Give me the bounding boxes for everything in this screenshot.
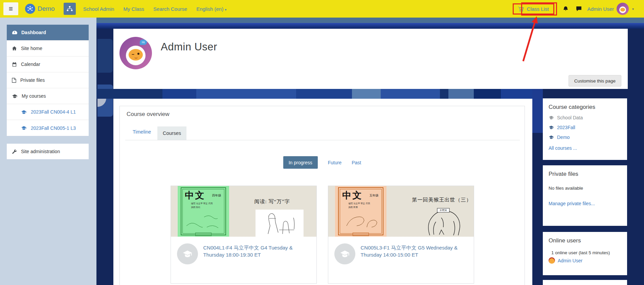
calendar-icon xyxy=(12,62,17,67)
course-image-cn004: 中文 四年级 编写 马立平 审定 庄因 插图 陈柱 阅读: 写“万”字 xyxy=(171,186,316,237)
private-files-title: Private files xyxy=(549,171,621,177)
sidebar-item-dashboard[interactable]: Dashboard xyxy=(7,25,89,41)
gauge-icon xyxy=(12,30,17,34)
file-icon xyxy=(12,78,16,83)
brand-logo-icon xyxy=(25,4,35,14)
nav-item-language[interactable]: English (en)▾ xyxy=(196,6,226,12)
tab-divider xyxy=(125,140,520,140)
textbook-cover-green: 中文 四年级 编写 马立平 审定 庄因 插图 陈柱 xyxy=(178,186,229,237)
private-files-block: Private files No files available Manage … xyxy=(543,165,627,226)
tab-timeline[interactable]: Timeline xyxy=(133,129,151,135)
cart-icon xyxy=(518,6,524,11)
brand-link[interactable]: Demo xyxy=(25,4,55,14)
sitemap-icon[interactable] xyxy=(64,3,76,15)
course-tile-cn005[interactable]: 中文 五年级 编写 马立平 审定 庄因 插图 郑秉 第一回美猴王出世（三） xyxy=(328,186,474,284)
manage-private-files-link[interactable]: Manage private files... xyxy=(549,201,621,206)
filter-past-link[interactable]: Past xyxy=(352,160,361,165)
online-users-block: Online users 1 online user (last 5 minut… xyxy=(543,232,627,275)
category-school-data[interactable]: School Data xyxy=(549,115,621,120)
textbook-cover-orange: 中文 五年级 编写 马立平 审定 庄因 插图 郑秉 xyxy=(335,186,386,237)
course-tile-row: 中文 四年级 编写 马立平 审定 庄因 插图 陈柱 阅读: 写“万”字 xyxy=(120,186,525,284)
tab-courses[interactable]: Courses xyxy=(157,126,186,140)
graduation-cap-icon xyxy=(12,94,18,98)
course-tile-cn004[interactable]: 中文 四年级 编写 马立平 审定 庄因 插图 陈柱 阅读: 写“万”字 xyxy=(171,186,317,284)
all-courses-link[interactable]: All courses ... xyxy=(549,145,621,151)
graduation-cap-icon xyxy=(549,135,554,139)
customise-page-button[interactable]: Customise this page xyxy=(569,75,621,87)
course-link-cn005[interactable]: CN005L3-F1 马立平中文 G5 Wednesday & Thursday… xyxy=(361,244,467,258)
brand-name: Demo xyxy=(38,5,55,13)
graduation-cap-icon xyxy=(21,126,27,130)
navbar-right: Class List Admin User ▾ xyxy=(513,3,634,15)
sidebar-item-calendar[interactable]: Calendar xyxy=(7,56,89,72)
ink-illustration: 水帘洞 xyxy=(424,206,464,237)
category-2023fall[interactable]: 2023Fall xyxy=(549,125,621,130)
course-link-cn004[interactable]: CN004L1-F4 马立平中文 G4 Tuesday & Thursday 1… xyxy=(203,244,310,258)
hamburger-menu-button[interactable]: ≡ xyxy=(3,2,18,15)
category-demo[interactable]: Demo xyxy=(549,135,621,140)
user-header-card: Hi Admin User Customise this page xyxy=(113,29,628,89)
course-filter-row: In progress Future Past xyxy=(120,156,525,169)
course-cap-icon xyxy=(334,243,355,264)
avatar-hi-bubble: Hi xyxy=(140,40,147,45)
decor-patch xyxy=(532,89,543,133)
course-overview-title: Course overview xyxy=(127,111,170,118)
navbar-menu: School Admin My Class Search Course Engl… xyxy=(83,6,227,12)
online-users-count: 1 online user (last 5 minutes) xyxy=(551,250,621,255)
user-menu-chevron-down-icon[interactable]: ▾ xyxy=(632,7,634,11)
sidebar-item-site-administration[interactable]: Site administration xyxy=(7,144,89,159)
top-navbar: ≡ Demo School Admin My Class Search Cour… xyxy=(0,0,644,18)
chevron-down-icon: ▾ xyxy=(225,8,226,11)
class-list-button[interactable]: Class List xyxy=(513,3,554,15)
navbar-user-name[interactable]: Admin User xyxy=(587,6,614,12)
online-user-row[interactable]: Admin User xyxy=(549,257,621,264)
filter-future-link[interactable]: Future xyxy=(328,160,341,165)
nav-item-search-course[interactable]: Search Course xyxy=(153,6,187,12)
decor-tile xyxy=(97,39,113,73)
notifications-bell-icon[interactable] xyxy=(563,6,569,12)
course-info-cn004: CN004L1-F4 马立平中文 G4 Tuesday & Thursday 1… xyxy=(171,237,316,284)
decor-band-steel xyxy=(96,18,644,23)
sidebar-item-site-home[interactable]: Site home xyxy=(7,41,89,56)
nav-item-school-admin[interactable]: School Admin xyxy=(83,6,114,12)
home-icon xyxy=(12,46,17,51)
course-categories-block: Course categories School Data 2023Fall D… xyxy=(543,98,627,160)
graduation-cap-icon xyxy=(549,125,554,129)
sidebar-item-course-cn005[interactable]: 2023Fall CN005-1 L3 xyxy=(7,120,89,136)
course-image-cn005: 中文 五年级 编写 马立平 审定 庄因 插图 郑秉 第一回美猴王出世（三） xyxy=(328,186,474,237)
messages-chat-icon[interactable] xyxy=(576,6,582,11)
class-list-label: Class List xyxy=(527,6,549,12)
navbar-avatar[interactable] xyxy=(617,3,629,15)
online-user-avatar xyxy=(549,257,555,264)
sidebar-item-course-cn004[interactable]: 2023Fall CN004-4 L1 xyxy=(7,104,89,120)
main-content-region: Course overview Timeline Courses In prog… xyxy=(113,99,532,285)
lesson-illustration xyxy=(256,210,304,237)
next-block-edge xyxy=(543,280,627,285)
page-title-user-name: Admin User xyxy=(161,41,217,53)
online-users-title: Online users xyxy=(549,237,621,244)
sidebar-item-my-courses[interactable]: My courses xyxy=(7,88,89,104)
nav-drawer: Dashboard Site home Calendar Private fil… xyxy=(7,25,89,136)
course-info-cn005: CN005L3-F1 马立平中文 G5 Wednesday & Thursday… xyxy=(328,237,474,284)
private-files-empty-text: No files available xyxy=(549,186,621,191)
filter-in-progress-button[interactable]: In progress xyxy=(283,156,318,169)
course-cap-icon xyxy=(177,243,198,264)
decor-tile-strip xyxy=(96,89,644,99)
course-overview-block: Course overview Timeline Courses In prog… xyxy=(119,106,525,285)
user-avatar[interactable]: Hi xyxy=(119,37,152,69)
sidebar-item-private-files[interactable]: Private files xyxy=(7,72,89,88)
course-categories-title: Course categories xyxy=(549,104,621,111)
nav-item-my-class[interactable]: My Class xyxy=(123,6,144,12)
decor-band-royal xyxy=(96,23,644,29)
graduation-cap-icon xyxy=(549,116,554,120)
graduation-cap-icon xyxy=(21,110,27,114)
wrench-icon xyxy=(12,149,17,154)
